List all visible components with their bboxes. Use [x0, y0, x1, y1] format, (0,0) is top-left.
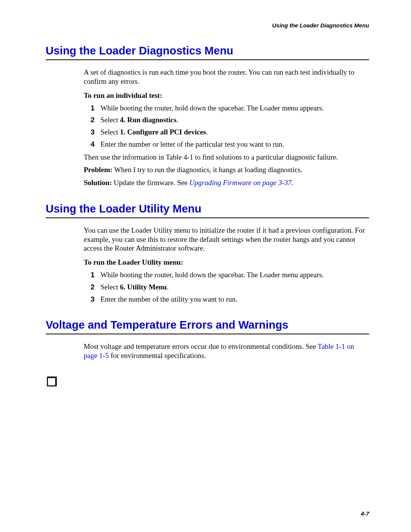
step-number: 2 — [91, 115, 100, 125]
section1-subhead: To run an individual test: — [84, 91, 369, 100]
step-text: While booting the router, hold down the … — [100, 270, 369, 280]
heading-diagnostics: Using the Loader Diagnostics Menu — [46, 45, 369, 60]
step-number: 3 — [91, 128, 100, 137]
step-number: 4 — [91, 140, 100, 149]
solution-label: Solution: — [84, 179, 112, 187]
step-number: 2 — [91, 283, 100, 292]
section1-solution: Solution: Update the firmware. See Upgra… — [84, 178, 369, 187]
step-number: 1 — [91, 104, 100, 113]
section1-intro: A set of diagnostics is run each time yo… — [84, 68, 369, 86]
svg-rect-0 — [48, 377, 56, 386]
section1-after: Then use the information in Table 4-1 to… — [84, 153, 369, 162]
list-item: 3 Select 1. Configure all PCI devices. — [91, 128, 369, 137]
heading-voltage: Voltage and Temperature Errors and Warni… — [46, 319, 369, 334]
running-header: Using the Loader Diagnostics Menu — [46, 22, 369, 29]
list-item: 2 Select 4. Run diagnostics. — [91, 115, 369, 125]
step-number: 1 — [91, 270, 100, 280]
list-item: 1 While booting the router, hold down th… — [91, 270, 369, 280]
heading-utility: Using the Loader Utility Menu — [46, 203, 369, 218]
list-item: 3 Enter the number of the utility you wa… — [91, 295, 369, 304]
section3-intro: Most voltage and temperature errors occu… — [84, 342, 369, 360]
link-upgrading-firmware[interactable]: Upgrading Firmware on page 3-37. — [190, 179, 293, 187]
step-text: While booting the router, hold down the … — [100, 104, 369, 113]
step-number: 3 — [91, 295, 100, 304]
step-text: Select 1. Configure all PCI devices. — [100, 128, 369, 137]
end-of-section-icon — [46, 375, 369, 389]
problem-text: When I try to run the diagnostics, it ha… — [113, 166, 303, 174]
list-item: 2 Select 6. Utility Menu. — [91, 283, 369, 292]
problem-label: Problem: — [84, 166, 113, 174]
list-item: 4 Enter the number or letter of the part… — [91, 140, 369, 149]
section1-problem: Problem: When I try to run the diagnosti… — [84, 165, 369, 174]
section1-steps: 1 While booting the router, hold down th… — [84, 104, 369, 149]
step-text: Enter the number or letter of the partic… — [100, 140, 369, 149]
step-text: Select 4. Run diagnostics. — [100, 115, 369, 125]
section2-steps: 1 While booting the router, hold down th… — [84, 270, 369, 304]
step-text: Enter the number of the utility you want… — [100, 295, 369, 304]
section2-subhead: To run the Loader Utility menu: — [84, 258, 369, 267]
solution-text: Update the firmware. See — [112, 179, 190, 187]
page-number: 4-7 — [361, 510, 369, 517]
step-text: Select 6. Utility Menu. — [100, 283, 369, 292]
list-item: 1 While booting the router, hold down th… — [91, 104, 369, 113]
section2-intro: You can use the Loader Utility menu to i… — [84, 226, 369, 253]
